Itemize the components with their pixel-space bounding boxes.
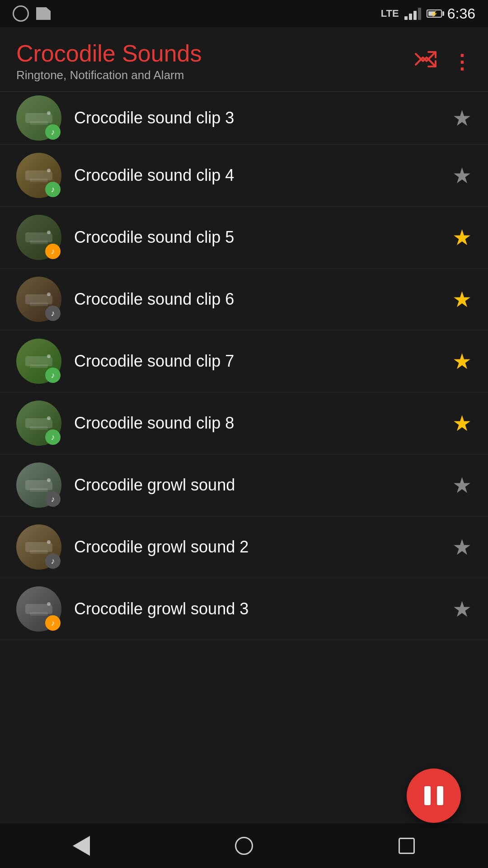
- music-badge: ♪: [45, 306, 61, 321]
- sound-item[interactable]: ♪ Crocodile sound clip 6 ★: [0, 269, 488, 330]
- sound-item[interactable]: ♪ Crocodile sound clip 5 ★: [0, 207, 488, 269]
- battery-icon: ⚡: [427, 9, 442, 18]
- sound-name: Crocodile growl sound: [74, 476, 452, 495]
- avatar-container: ♪: [16, 524, 61, 570]
- sound-name: Crocodile sound clip 7: [74, 352, 452, 371]
- sound-item[interactable]: ♪ Crocodile sound clip 4 ★: [0, 145, 488, 207]
- sound-list: ♪ Crocodile sound clip 3 ★ ♪ Crocodile s: [0, 92, 488, 823]
- avatar-container: ♪: [16, 462, 61, 508]
- music-badge: ♪: [45, 429, 61, 445]
- app-subtitle: Ringtone, Notification and Alarm: [16, 68, 202, 82]
- sound-item[interactable]: ♪ Crocodile sound clip 8 ★: [0, 392, 488, 454]
- music-note-icon: ♪: [51, 247, 55, 256]
- favorite-star[interactable]: ★: [452, 225, 472, 250]
- music-badge: ♪: [45, 244, 61, 259]
- favorite-star[interactable]: ★: [452, 472, 472, 498]
- music-note-icon: ♪: [51, 185, 55, 194]
- croc-teeth: [30, 550, 48, 554]
- avatar-container: ♪: [16, 215, 61, 260]
- bottom-navigation: [0, 823, 488, 868]
- signal-bar-4: [418, 8, 421, 20]
- croc-teeth: [30, 179, 48, 182]
- shuffle-button[interactable]: [414, 50, 437, 73]
- sound-item[interactable]: ♪ Crocodile sound clip 7 ★: [0, 330, 488, 392]
- avatar-container: ♪: [16, 339, 61, 384]
- app-title: Crocodile Sounds: [16, 41, 202, 66]
- signal-bar-2: [409, 14, 412, 20]
- music-badge: ♪: [45, 553, 61, 569]
- home-icon: [235, 837, 253, 855]
- avatar-container: ♪: [16, 401, 61, 446]
- croc-teeth: [30, 488, 48, 492]
- favorite-star[interactable]: ★: [452, 349, 472, 374]
- back-icon: [73, 836, 90, 856]
- sound-item[interactable]: ♪ Crocodile growl sound 2 ★: [0, 516, 488, 578]
- avatar-container: ♪: [16, 153, 61, 198]
- favorite-star[interactable]: ★: [452, 534, 472, 560]
- music-note-icon: ♪: [51, 371, 55, 380]
- sound-item[interactable]: ♪ Crocodile sound clip 3 ★: [0, 92, 488, 145]
- home-button[interactable]: [226, 828, 262, 864]
- croc-teeth: [30, 302, 48, 306]
- signal-bar-3: [413, 11, 417, 20]
- music-badge: ♪: [45, 124, 61, 140]
- avatar-container: ♪: [16, 95, 61, 141]
- recents-icon: [399, 838, 415, 854]
- music-badge: ♪: [45, 182, 61, 197]
- favorite-star[interactable]: ★: [452, 163, 472, 188]
- croc-teeth: [30, 426, 48, 430]
- favorite-star[interactable]: ★: [452, 105, 472, 131]
- sound-name: Crocodile sound clip 8: [74, 414, 452, 433]
- sound-name: Crocodile sound clip 6: [74, 290, 452, 309]
- music-badge: ♪: [45, 368, 61, 383]
- croc-teeth: [30, 121, 48, 125]
- music-note-icon: ♪: [51, 433, 55, 442]
- music-note-icon: ♪: [51, 557, 55, 566]
- time-display: 6:36: [447, 5, 475, 22]
- pause-bar-right: [437, 786, 443, 805]
- header-title-group: Crocodile Sounds Ringtone, Notification …: [16, 41, 202, 82]
- sound-item[interactable]: ♪ Crocodile growl sound ★: [0, 454, 488, 516]
- lte-icon: LTE: [381, 8, 399, 19]
- music-note-icon: ♪: [51, 309, 55, 318]
- pause-fab-button[interactable]: [407, 769, 461, 823]
- croc-teeth: [30, 612, 48, 616]
- pause-bar-left: [424, 786, 431, 805]
- favorite-star[interactable]: ★: [452, 287, 472, 312]
- favorite-star[interactable]: ★: [452, 410, 472, 436]
- croc-teeth: [30, 241, 48, 244]
- sim-icon: [36, 7, 51, 20]
- recents-button[interactable]: [389, 828, 425, 864]
- sound-name: Crocodile sound clip 3: [74, 108, 452, 127]
- header-actions: ⋮: [414, 50, 472, 73]
- music-note-icon: ♪: [51, 127, 55, 137]
- pause-icon: [424, 786, 443, 805]
- more-menu-button[interactable]: ⋮: [452, 50, 472, 73]
- status-bar: LTE ⚡ 6:36: [0, 0, 488, 27]
- sound-item[interactable]: ♪ Crocodile growl sound 3 ★: [0, 578, 488, 640]
- signal-bar-1: [404, 16, 408, 20]
- favorite-star[interactable]: ★: [452, 596, 472, 622]
- sound-name: Crocodile sound clip 5: [74, 228, 452, 247]
- avatar-container: ♪: [16, 586, 61, 632]
- back-button[interactable]: [63, 828, 99, 864]
- sound-name: Crocodile growl sound 3: [74, 599, 452, 618]
- music-badge: ♪: [45, 615, 61, 631]
- croc-teeth: [30, 364, 48, 368]
- record-icon: [13, 5, 29, 22]
- sound-name: Crocodile sound clip 4: [74, 166, 452, 185]
- status-left: [13, 5, 51, 22]
- music-note-icon: ♪: [51, 495, 55, 504]
- signal-icon: [404, 7, 421, 20]
- sound-name: Crocodile growl sound 2: [74, 538, 452, 557]
- avatar-container: ♪: [16, 277, 61, 322]
- app-header: Crocodile Sounds Ringtone, Notification …: [0, 27, 488, 92]
- music-badge: ♪: [45, 491, 61, 507]
- music-note-icon: ♪: [51, 618, 55, 628]
- battery-bolt: ⚡: [431, 10, 438, 17]
- status-right: LTE ⚡ 6:36: [381, 5, 475, 22]
